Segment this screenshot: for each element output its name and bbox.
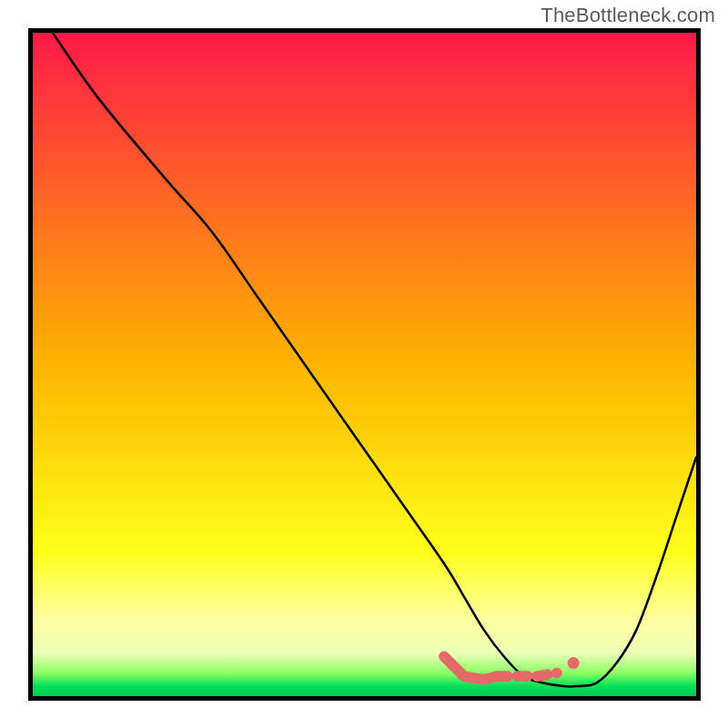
watermark-label: TheBottleneck.com xyxy=(541,4,715,27)
plot-area xyxy=(33,33,696,696)
chart-frame: TheBottleneck.com xyxy=(0,0,728,728)
highlight-end-cap xyxy=(568,657,580,669)
bottleneck-curve xyxy=(53,33,696,687)
curve-layer xyxy=(33,33,696,696)
highlight-dashed xyxy=(497,672,557,676)
plot-border xyxy=(28,28,701,701)
highlight-solid xyxy=(444,656,497,680)
